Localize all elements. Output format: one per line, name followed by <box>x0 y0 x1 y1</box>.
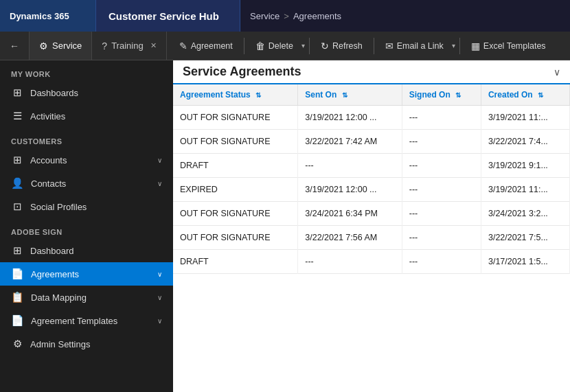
nav-tab-training[interactable]: ? Training ✕ <box>92 32 166 60</box>
cell-signed-on: --- <box>402 226 481 250</box>
data-table: Agreement Status ⇅ Sent On ⇅ Signed On ⇅ <box>173 84 570 392</box>
agreements-chevron-icon: ∨ <box>157 270 162 278</box>
refresh-label: Refresh <box>332 41 363 51</box>
sidebar-item-agreement-templates[interactable]: 📄 Agreement Templates ∨ <box>0 309 173 332</box>
breadcrumb: Service > Agreements <box>240 0 570 32</box>
email-link-label: Email a Link <box>397 41 444 51</box>
nav-tab-back[interactable]: ← <box>0 32 30 60</box>
cell-created-on: 3/22/2021 7:4... <box>481 130 569 154</box>
cell-signed-on: --- <box>402 130 481 154</box>
sidebar-item-admin-settings[interactable]: ⚙ Admin Settings <box>0 332 173 356</box>
data-mapping-chevron-icon: ∨ <box>157 294 162 301</box>
excel-templates-button[interactable]: ▦ Excel Templates <box>464 38 553 54</box>
cell-created-on: 3/19/2021 9:1... <box>481 154 569 178</box>
cell-signed-on: --- <box>402 106 481 130</box>
nav-tab-service[interactable]: ⚙ Service <box>30 32 92 60</box>
sort-created-on-icon[interactable]: ⇅ <box>538 91 543 99</box>
sidebar-item-dashboards[interactable]: ⊞ Dashboards <box>0 81 173 104</box>
training-close-icon[interactable]: ✕ <box>150 41 157 50</box>
col-sent-on[interactable]: Sent On ⇅ <box>298 84 402 106</box>
cell-status: DRAFT <box>173 154 298 178</box>
social-profiles-label: Social Profiles <box>30 202 162 212</box>
col-signed-on[interactable]: Signed On ⇅ <box>402 84 481 106</box>
data-mapping-label: Data Mapping <box>31 292 150 303</box>
agreements-table: Agreement Status ⇅ Sent On ⇅ Signed On ⇅ <box>173 84 570 274</box>
adobe-dashboard-icon: ⊞ <box>11 244 23 257</box>
main-layout: My Work ⊞ Dashboards ☰ Activities Custom… <box>0 60 570 392</box>
table-header-row: Agreement Status ⇅ Sent On ⇅ Signed On ⇅ <box>173 84 570 106</box>
cell-sent-on: --- <box>298 154 402 178</box>
nav-toolbar: ← ⚙ Service ? Training ✕ ✎ Agreement 🗑 D… <box>0 32 570 60</box>
sidebar-item-accounts[interactable]: ⊞ Accounts ∨ <box>0 148 173 172</box>
app-name: Customer Service Hub <box>96 0 240 32</box>
delete-label: Delete <box>269 41 293 51</box>
cell-sent-on: 3/24/2021 6:34 PM <box>298 202 402 226</box>
delete-icon: 🗑 <box>255 41 265 51</box>
sidebar-item-adobe-dashboard[interactable]: ⊞ Dashboard <box>0 239 173 262</box>
dynamics-logo-text: Dynamics 365 <box>10 11 69 21</box>
refresh-icon: ↻ <box>321 41 329 51</box>
cell-status: EXPIRED <box>173 178 298 202</box>
sort-signed-on-icon[interactable]: ⇅ <box>455 91 461 99</box>
cell-created-on: 3/24/2021 3:2... <box>481 202 569 226</box>
accounts-icon: ⊞ <box>11 154 23 166</box>
table-row[interactable]: OUT FOR SIGNATURE 3/24/2021 6:34 PM --- … <box>173 202 570 226</box>
back-icon: ← <box>10 41 19 51</box>
cell-sent-on: 3/22/2021 7:42 AM <box>298 130 402 154</box>
my-work-section-title: My Work <box>0 60 173 81</box>
col-signed-on-label: Signed On <box>409 90 451 100</box>
delete-dropdown-arrow[interactable]: ▾ <box>301 42 305 49</box>
cell-sent-on: 3/19/2021 12:00 ... <box>298 106 402 130</box>
accounts-label: Accounts <box>30 155 150 165</box>
email-icon: ✉ <box>385 41 394 51</box>
activities-icon: ☰ <box>11 110 23 122</box>
sort-agreement-status-icon[interactable]: ⇅ <box>255 91 261 99</box>
sidebar-item-social-profiles[interactable]: ⊡ Social Profiles <box>0 195 173 218</box>
dashboards-label: Dashboards <box>30 88 162 98</box>
table-row[interactable]: OUT FOR SIGNATURE 3/19/2021 12:00 ... --… <box>173 106 570 130</box>
email-link-button[interactable]: ✉ Email a Link <box>378 38 451 54</box>
delete-button[interactable]: 🗑 Delete <box>249 38 300 54</box>
col-created-on[interactable]: Created On ⇅ <box>481 84 569 106</box>
new-agreement-icon: ✎ <box>179 41 187 51</box>
cell-sent-on: --- <box>298 250 402 274</box>
contacts-chevron-icon: ∨ <box>157 180 162 187</box>
contacts-icon: 👤 <box>11 177 24 189</box>
sidebar-item-contacts[interactable]: 👤 Contacts ∨ <box>0 172 173 195</box>
table-row[interactable]: OUT FOR SIGNATURE 3/22/2021 7:56 AM --- … <box>173 226 570 250</box>
col-sent-on-label: Sent On <box>305 90 337 100</box>
cell-status: DRAFT <box>173 250 298 274</box>
new-agreement-label: Agreement <box>191 41 233 51</box>
agreement-templates-chevron-icon: ∨ <box>157 317 162 325</box>
nav-tab-training-label: Training <box>111 41 143 51</box>
breadcrumb-page: Agreements <box>293 11 341 21</box>
sidebar-item-activities[interactable]: ☰ Activities <box>0 104 173 128</box>
col-agreement-status[interactable]: Agreement Status ⇅ <box>173 84 298 106</box>
dashboards-icon: ⊞ <box>11 87 23 99</box>
service-icon: ⚙ <box>39 41 48 51</box>
breadcrumb-service[interactable]: Service <box>250 11 280 21</box>
cell-status: OUT FOR SIGNATURE <box>173 202 298 226</box>
sidebar-item-data-mapping[interactable]: 📋 Data Mapping ∨ <box>0 286 173 309</box>
sidebar-item-agreements[interactable]: 📄 Agreements ∨ <box>0 262 173 286</box>
dynamics-logo[interactable]: Dynamics 365 <box>0 0 96 32</box>
email-dropdown-arrow[interactable]: ▾ <box>452 42 455 49</box>
table-row[interactable]: OUT FOR SIGNATURE 3/22/2021 7:42 AM --- … <box>173 130 570 154</box>
contacts-label: Contacts <box>31 178 150 189</box>
cell-signed-on: --- <box>402 154 481 178</box>
accounts-chevron-icon: ∨ <box>157 157 162 164</box>
table-row[interactable]: DRAFT --- --- 3/17/2021 1:5... <box>173 250 570 274</box>
top-header: Dynamics 365 Customer Service Hub Servic… <box>0 0 570 32</box>
new-agreement-button[interactable]: ✎ Agreement <box>172 38 240 54</box>
refresh-button[interactable]: ↻ Refresh <box>314 38 369 54</box>
sort-sent-on-icon[interactable]: ⇅ <box>342 91 347 99</box>
table-row[interactable]: EXPIRED 3/19/2021 12:00 ... --- 3/19/202… <box>173 178 570 202</box>
customers-section-title: Customers <box>0 128 173 148</box>
table-row[interactable]: DRAFT --- --- 3/19/2021 9:1... <box>173 154 570 178</box>
sidebar: My Work ⊞ Dashboards ☰ Activities Custom… <box>0 60 173 392</box>
cell-created-on: 3/19/2021 11:... <box>481 106 569 130</box>
breadcrumb-sep: > <box>284 11 289 21</box>
adobe-sign-section-title: Adobe Sign <box>0 218 173 239</box>
page-title-chevron-icon[interactable]: ∨ <box>554 67 560 78</box>
col-created-on-label: Created On <box>488 90 533 100</box>
